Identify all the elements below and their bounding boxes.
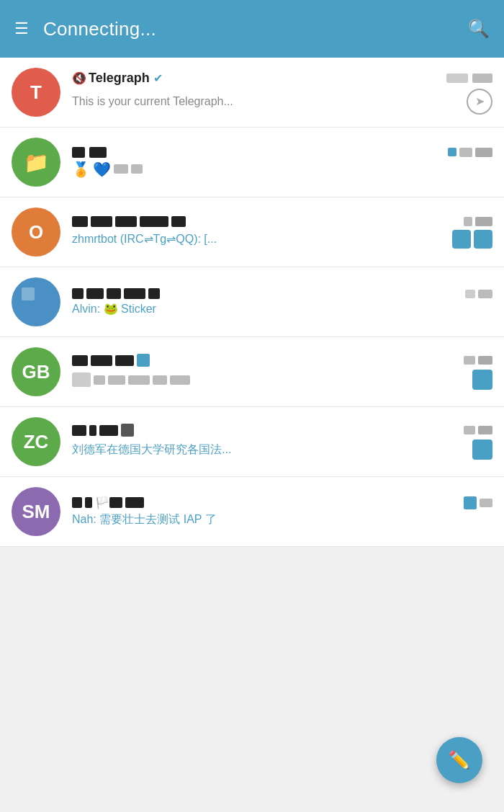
chat-item-7[interactable]: SM 🏳️ Nah: 需要壮士 (0, 477, 504, 547)
name-blur1 (72, 355, 88, 366)
time-blur (464, 426, 475, 434)
time-area-3 (464, 217, 492, 226)
chat-item-6[interactable]: ZC 刘德军在德国大学研究各国法... (0, 407, 504, 477)
avatar-letter-5: GB (22, 361, 50, 383)
chat-top-row-2 (72, 147, 492, 158)
name-blur1 (72, 497, 82, 508)
chat-content-2: 🏅 💙 (72, 147, 492, 178)
chat-name-area-6 (72, 424, 464, 437)
menu-icon[interactable]: ☰ (14, 21, 29, 37)
chat-top-row-4 (72, 288, 492, 299)
msg-blur2 (131, 164, 143, 174)
search-icon[interactable]: 🔍 (468, 19, 490, 39)
name-blur2 (91, 216, 112, 227)
time-blur (464, 356, 475, 365)
forward-icon: ➤ (467, 89, 492, 115)
avatar-6: ZC (12, 417, 60, 466)
chat-name-area-5 (72, 354, 464, 367)
msg-blur2 (108, 375, 125, 385)
name-blur5 (171, 216, 186, 227)
avatar-telegraph: T (12, 68, 60, 117)
chat-top-row-5 (72, 354, 492, 367)
name-blur5 (148, 288, 160, 299)
message-row-telegraph: This is your current Telegraph... ➤ (72, 89, 492, 115)
compose-icon: ✏️ (449, 750, 470, 770)
chat-name-area-4 (72, 288, 465, 299)
time-blur2 (478, 426, 492, 434)
time-blur (446, 73, 468, 83)
name-rect (121, 424, 134, 437)
chat-item-telegraph[interactable]: T 🔇 Telegraph ✔ This is your current Tel… (0, 58, 504, 128)
name-blur3 (115, 216, 137, 227)
chat-content-6: 刘德军在德国大学研究各国法... (72, 424, 492, 460)
chat-item-3[interactable]: O (0, 197, 504, 267)
message-text-7: Nah: 需要壮士去测试 IAP 了 (72, 512, 492, 527)
message-text-4: Alvin: 🐸 Sticker (72, 302, 492, 316)
chat-content-3: zhmrtbot (IRC⇌Tg⇌QQ): [... (72, 216, 492, 249)
msg-icon1 (72, 372, 91, 387)
time-area (446, 73, 492, 83)
chat-content-telegraph: 🔇 Telegraph ✔ This is your current Teleg… (72, 71, 492, 115)
mute-icon: 🔇 (72, 71, 86, 85)
time-area-6 (464, 426, 492, 434)
chat-name-area-3 (72, 216, 464, 227)
folder-icon: 📁 (24, 151, 49, 174)
time-blur (465, 290, 475, 298)
name-blur4 (140, 216, 168, 227)
badge-icon-3 (452, 230, 471, 249)
msg-blur5 (170, 375, 190, 385)
message-row-7: Nah: 需要壮士去测试 IAP 了 (72, 512, 492, 527)
time-blur2 (472, 73, 492, 83)
msg-blur3 (128, 375, 150, 385)
name-blur3 (109, 497, 122, 508)
badge-icon-3b (474, 230, 492, 249)
message-text-3: zhmrtbot (IRC⇌Tg⇌QQ): [... (72, 232, 448, 246)
time-area-7 (464, 496, 492, 509)
avatar-letter-7: SM (22, 501, 50, 523)
message-row-5 (72, 370, 492, 390)
avatar-4 (12, 277, 60, 326)
chat-name-area-2 (72, 147, 448, 158)
message-text-6: 刘德军在德国大学研究各国法... (72, 442, 468, 458)
chat-name-area: 🔇 Telegraph ✔ (72, 71, 446, 86)
chat-item-5[interactable]: GB (0, 337, 504, 407)
chat-content-5 (72, 354, 492, 390)
message-row-3: zhmrtbot (IRC⇌Tg⇌QQ): [... (72, 230, 492, 249)
avatar-letter: T (30, 81, 42, 104)
avatar-5: GB (12, 347, 60, 396)
msg-blur4 (153, 375, 167, 385)
name-blur4 (125, 497, 144, 508)
compose-fab[interactable]: ✏️ (436, 737, 482, 783)
time-blur2 (475, 148, 492, 157)
chat-content-4: Alvin: 🐸 Sticker (72, 288, 492, 316)
avatar-7: SM (12, 487, 60, 536)
chat-top-row: 🔇 Telegraph ✔ (72, 71, 492, 86)
time-badge-area-2 (448, 148, 492, 157)
chat-name-area-7: 🏳️ (72, 496, 464, 509)
name-blur1 (72, 216, 88, 227)
avatar-letter-3: O (29, 221, 43, 244)
message-5 (72, 372, 190, 387)
unread-square (464, 496, 477, 509)
avatar-letter-6: ZC (24, 431, 49, 453)
name-blur2 (86, 288, 104, 299)
header-title: Connecting... (43, 18, 468, 40)
message-row-6: 刘德军在德国大学研究各国法... (72, 440, 492, 460)
time-blur2 (475, 217, 492, 226)
name-blur2 (89, 425, 96, 436)
badge-icon-6 (472, 440, 492, 460)
msg-blur (114, 164, 128, 174)
name-blur3 (107, 288, 121, 299)
time-area-4 (465, 290, 492, 298)
unread-dot (448, 148, 456, 156)
time-blur (480, 499, 492, 507)
chat-top-row-7: 🏳️ (72, 496, 492, 509)
message-text-telegraph: This is your current Telegraph... (72, 95, 461, 108)
flag-emoji: 🏳️ (95, 496, 109, 509)
time-blur2 (478, 356, 492, 365)
chat-name-telegraph: Telegraph (89, 71, 150, 86)
time-area-5 (464, 356, 492, 365)
time-blur2 (478, 290, 492, 298)
chat-item-4[interactable]: Alvin: 🐸 Sticker (0, 267, 504, 337)
chat-item-2[interactable]: 📁 🏅 💙 (0, 128, 504, 197)
